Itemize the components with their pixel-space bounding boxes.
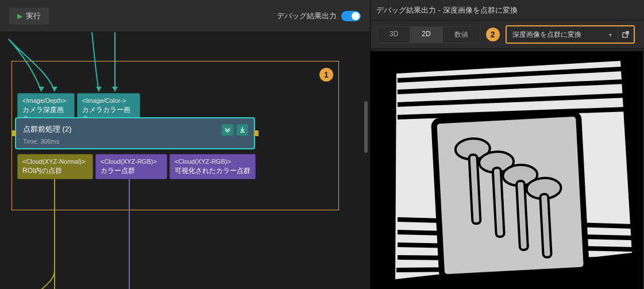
node-color-tag: <Image/Color->: [82, 97, 135, 105]
node-vis-tag: <Cloud(XYZ-RGB)>: [175, 157, 250, 166]
node-rgb-tag: <Cloud(XYZ-RGB)>: [101, 157, 162, 166]
debug-output-toolbar: 3D 2D 数値 2 深度画像を点群に変換 ▾: [371, 21, 644, 49]
port-out-right[interactable]: [254, 130, 259, 136]
download-icon[interactable]: [237, 124, 248, 136]
popout-button[interactable]: [618, 26, 634, 43]
popout-icon: [622, 30, 630, 38]
node-vis-label: 可視化されたカラー点群: [175, 167, 250, 175]
step-time: Time: 306ms: [23, 138, 247, 145]
node-point-cloud-preprocess[interactable]: 点群前処理 (2) Time: 306ms: [15, 117, 255, 149]
image-viewport[interactable]: [371, 51, 643, 289]
graph-editor-panel: ▶ 実行 デバッグ結果出力 1: [0, 0, 371, 289]
step-title: 点群前処理 (2): [23, 124, 247, 134]
graph-canvas[interactable]: 1 <Image/Depth> カメラ深度画像 <Image/C: [0, 32, 370, 289]
chevron-down-icon: ▾: [609, 32, 612, 38]
tab-numeric[interactable]: 数値: [443, 27, 480, 43]
play-icon: ▶: [17, 12, 22, 20]
run-label: 実行: [26, 11, 41, 21]
node-depth-tag: <Image/Depth>: [22, 97, 70, 105]
step-select-value: 深度画像を点群に変換: [512, 30, 581, 40]
annotation-marker-2: 2: [486, 28, 500, 41]
node-rgb-label: カラー点群: [101, 167, 135, 175]
left-toolbar: ▶ 実行 デバッグ結果出力: [0, 0, 370, 32]
port-in-left[interactable]: [11, 130, 16, 136]
node-roi-tag: <Cloud(XYZ-Normal)>: [22, 157, 88, 166]
svg-rect-16: [434, 114, 587, 278]
tab-3d[interactable]: 3D: [378, 27, 410, 43]
node-roi-point-cloud[interactable]: <Cloud(XYZ-Normal)> ROI内の点群: [17, 154, 93, 179]
svg-rect-24: [540, 194, 552, 258]
step-select-dropdown[interactable]: 深度画像を点群に変換 ▾: [507, 26, 618, 43]
debug-output-label: デバッグ結果出力: [277, 11, 337, 21]
step-select-highlight: 深度画像を点群に変換 ▾: [506, 25, 635, 44]
run-button[interactable]: ▶ 実行: [9, 7, 49, 25]
annotation-marker-1: 1: [319, 68, 333, 82]
debug-output-toggle-group: デバッグ結果出力: [277, 11, 361, 21]
view-mode-tabs: 3D 2D 数値: [377, 26, 480, 43]
node-roi-label: ROI内の点群: [22, 167, 62, 175]
expand-down-icon[interactable]: [222, 124, 233, 136]
debug-output-panel: デバッグ結果出力 - 深度画像を点群に変換 3D 2D 数値 2 深度画像を点群…: [371, 0, 644, 289]
step-node-actions: [222, 124, 248, 136]
debug-output-toggle[interactable]: [341, 11, 361, 21]
canvas-scrollbar[interactable]: [364, 101, 368, 153]
node-color-point-cloud[interactable]: <Cloud(XYZ-RGB)> カラー点群: [95, 154, 167, 179]
debug-output-title: デバッグ結果出力 - 深度画像を点群に変換: [371, 0, 644, 21]
node-visualized-color-point-cloud[interactable]: <Cloud(XYZ-RGB)> 可視化されたカラー点群: [169, 154, 256, 179]
depth-image-preview: [375, 55, 639, 285]
tab-2d[interactable]: 2D: [410, 27, 442, 43]
